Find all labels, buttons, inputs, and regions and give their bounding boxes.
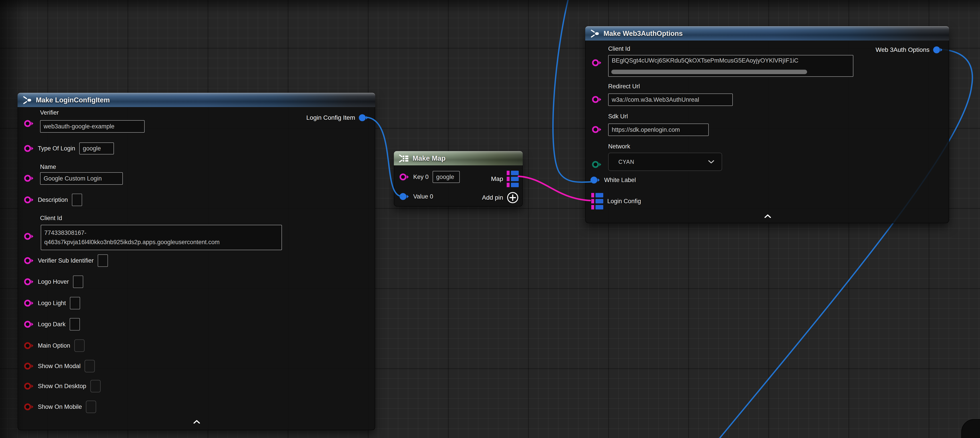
- row-type-of-login: Type Of Login google: [24, 142, 114, 154]
- pin-show-on-desktop[interactable]: [24, 382, 34, 390]
- input-client-id[interactable]: 774338308167- q463s7kpvja16l4l0kko3nb925…: [41, 225, 282, 250]
- input-verifier[interactable]: web3auth-google-example: [40, 120, 145, 133]
- node-header-make-web3authoptions[interactable]: Make Web3AuthOptions: [585, 26, 949, 40]
- input-redirect-url-value: w3a://com.w3a.Web3AuthUnreal: [612, 96, 699, 103]
- node-header-make-loginconfigitem[interactable]: Make LoginConfigItem: [18, 93, 375, 107]
- input-redirect-url[interactable]: w3a://com.w3a.Web3AuthUnreal: [608, 94, 733, 106]
- add-pin-label: Add pin: [482, 194, 503, 201]
- add-pin-button[interactable]: Add pin: [482, 192, 519, 204]
- node-make-web3authoptions: Make Web3AuthOptions Client Id BEglQSgt4…: [585, 26, 949, 223]
- input-logo-hover[interactable]: [73, 276, 83, 288]
- pin-logo-light[interactable]: [24, 299, 34, 307]
- output-row-login-config-item: Login Config Item: [306, 114, 369, 122]
- pin-network[interactable]: [592, 161, 602, 169]
- input-client-id-line1: 774338308167-: [44, 228, 86, 237]
- pin-show-on-mobile[interactable]: [24, 403, 34, 411]
- collapse-node-icon[interactable]: [764, 214, 771, 218]
- pin-name[interactable]: [24, 174, 34, 182]
- pin-label-sdk-url: Sdk Url: [608, 113, 628, 120]
- chevron-down-icon: [708, 160, 714, 163]
- pin-label-description: Description: [38, 196, 68, 204]
- pin-label-web3auth-options: Web 3Auth Options: [876, 46, 929, 53]
- pin-label-name: Name: [40, 164, 56, 170]
- pin-label-show-on-mobile: Show On Mobile: [38, 403, 82, 410]
- row-value-0: Value 0: [399, 193, 433, 201]
- input-logo-light[interactable]: [70, 297, 80, 309]
- pin-white-label[interactable]: [590, 176, 600, 184]
- make-struct-icon: [590, 29, 600, 38]
- input-verifier-value: web3auth-google-example: [44, 123, 115, 130]
- input-key-0-value: google: [436, 174, 454, 180]
- pin-label-map: Map: [491, 175, 503, 183]
- input-client-id[interactable]: BEglQSgt4cUWcj6SKRdu5QkOXTsePmMcusG5EAoy…: [608, 55, 853, 77]
- pin-label-client-id: Client Id: [40, 215, 62, 222]
- input-logo-dark[interactable]: [70, 318, 80, 331]
- input-verifier-sub-identifier[interactable]: [98, 254, 108, 267]
- pin-verifier-sub-identifier[interactable]: [24, 256, 34, 264]
- node-make-map: Make Map Key 0 google Map Value 0 Add pi…: [394, 151, 523, 207]
- row-verifier-sub-identifier: Verifier Sub Identifier: [24, 254, 108, 267]
- node-title: Make Map: [412, 154, 445, 162]
- row-logo-dark: Logo Dark: [24, 318, 80, 331]
- row-logo-light: Logo Light: [24, 297, 80, 309]
- pin-label-logo-hover: Logo Hover: [38, 279, 69, 285]
- pin-label-network: Network: [608, 143, 630, 150]
- pin-map-output[interactable]: [507, 170, 519, 188]
- node-header-make-map[interactable]: Make Map: [394, 151, 523, 166]
- input-key-0[interactable]: google: [433, 171, 460, 183]
- row-show-on-desktop: Show On Desktop: [24, 380, 100, 392]
- pin-logo-hover[interactable]: [24, 278, 34, 286]
- pin-main-option[interactable]: [24, 342, 34, 350]
- pin-label-logo-dark: Logo Dark: [38, 321, 66, 328]
- pin-label-value-0: Value 0: [413, 193, 433, 200]
- pin-redirect-url[interactable]: [592, 96, 602, 104]
- pin-key-0[interactable]: [399, 173, 409, 181]
- row-login-config: Login Config: [591, 193, 641, 210]
- checkbox-show-on-modal[interactable]: [84, 360, 95, 372]
- pin-sdk-url[interactable]: [592, 126, 602, 134]
- pin-label-show-on-modal: Show On Modal: [38, 363, 81, 370]
- input-type-of-login[interactable]: google: [79, 142, 114, 154]
- pin-logo-dark[interactable]: [24, 320, 34, 328]
- row-main-option: Main Option: [24, 339, 84, 352]
- network-dropdown-value: CYAN: [619, 159, 635, 165]
- input-name[interactable]: Google Custom Login: [40, 172, 123, 185]
- pin-label-redirect-url: Redirect Url: [608, 83, 640, 90]
- make-map-icon: [398, 154, 409, 163]
- pin-login-config[interactable]: [591, 193, 603, 210]
- pin-label-client-id: Client Id: [608, 45, 630, 52]
- pin-client-id[interactable]: [592, 59, 602, 67]
- checkbox-main-option[interactable]: [74, 339, 84, 352]
- input-description[interactable]: [72, 194, 82, 206]
- input-client-id-scrollbar[interactable]: [611, 70, 807, 74]
- network-dropdown[interactable]: CYAN: [608, 153, 722, 171]
- pin-label-verifier: Verifier: [40, 109, 59, 116]
- row-white-label: White Label: [590, 176, 636, 184]
- pin-verifier[interactable]: [24, 119, 34, 127]
- pin-show-on-modal[interactable]: [24, 362, 34, 370]
- pin-web3auth-options[interactable]: [933, 46, 943, 54]
- pin-label-logo-light: Logo Light: [38, 300, 66, 307]
- pin-description[interactable]: [24, 196, 34, 204]
- checkbox-show-on-mobile[interactable]: [86, 401, 96, 413]
- row-key-0: Key 0 google: [399, 171, 460, 183]
- checkbox-show-on-desktop[interactable]: [90, 380, 100, 392]
- input-type-of-login-value: google: [83, 145, 101, 152]
- input-sdk-url[interactable]: https://sdk.openlogin.com: [608, 124, 709, 136]
- offscreen-node-corner: [961, 419, 980, 438]
- pin-type-of-login[interactable]: [24, 145, 34, 153]
- node-make-loginconfigitem: Make LoginConfigItem Verifier web3auth-g…: [18, 93, 375, 430]
- input-client-id-line2: q463s7kpvja16l4l0kko3nb925ikds2p.apps.go…: [44, 237, 220, 247]
- collapse-node-icon[interactable]: [193, 420, 200, 424]
- pin-label-type-of-login: Type Of Login: [38, 145, 75, 152]
- pin-label-login-config: Login Config: [607, 198, 641, 205]
- pin-login-config-item[interactable]: [359, 114, 369, 122]
- pin-label-main-option: Main Option: [38, 342, 70, 349]
- pin-value-0[interactable]: [399, 193, 409, 201]
- node-title: Make Web3AuthOptions: [603, 30, 683, 38]
- pin-label-login-config-item: Login Config Item: [306, 114, 355, 121]
- row-show-on-mobile: Show On Mobile: [24, 401, 96, 413]
- pin-client-id[interactable]: [24, 233, 34, 241]
- pin-label-key-0: Key 0: [413, 174, 429, 180]
- input-client-id-value: BEglQSgt4cUWcj6SKRdu5QkOXTsePmMcusG5EAoy…: [612, 57, 799, 64]
